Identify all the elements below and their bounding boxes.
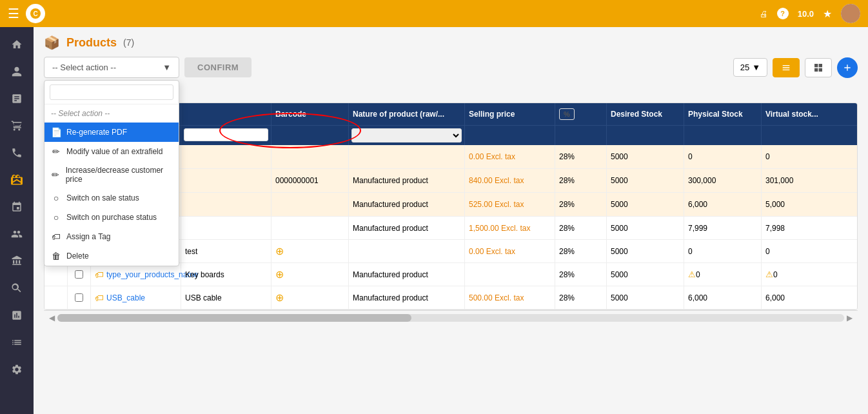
- dropdown-item-extrafield-label: Modify value of an extrafield: [66, 147, 163, 156]
- scroll-left-arrow[interactable]: ◀: [49, 313, 55, 322]
- row-tax: 28%: [555, 145, 607, 168]
- col-barcode: Barcode: [271, 103, 349, 125]
- col-desired: Desired Stock: [607, 103, 684, 125]
- row-actions: [44, 286, 68, 309]
- scroll-thumb[interactable]: [57, 314, 411, 322]
- row-desired: 5000: [607, 240, 684, 262]
- filter-label[interactable]: [184, 128, 268, 141]
- row-label: [181, 193, 271, 216]
- per-page-arrow: ▼: [752, 63, 760, 72]
- edit-price-icon: ✏: [51, 170, 61, 180]
- barcode-icon: ⊕: [275, 245, 284, 257]
- row-price: 500.00 Excl. tax: [465, 286, 555, 309]
- row-label: USB cable: [181, 286, 271, 309]
- dropdown-item-purchase-status[interactable]: ○ Switch on purchase status: [44, 208, 179, 227]
- row-label: test: [181, 240, 271, 262]
- table-row: 🏷 type_your_products_name Key boards ⊕ M…: [44, 263, 857, 286]
- version-label: 10.0: [798, 9, 814, 19]
- hamburger-icon[interactable]: ☰: [8, 6, 19, 21]
- dropdown-item-extrafield[interactable]: ✏ Modify value of an extrafield: [44, 142, 179, 161]
- row-barcode: ⊕: [271, 286, 349, 309]
- row-nature: [349, 240, 465, 262]
- dropdown-item-sale-label: Switch on sale status: [66, 193, 139, 202]
- dropdown-item-pdf[interactable]: 📄 Re-generate PDF: [44, 123, 179, 142]
- row-virtual: 7,998: [762, 217, 833, 239]
- row-tax: 28%: [555, 286, 607, 309]
- horizontal-scrollbar[interactable]: ◀ ▶: [44, 310, 858, 325]
- user-avatar[interactable]: [841, 4, 860, 23]
- dropdown-item-sale-status[interactable]: ○ Switch on sale status: [44, 188, 179, 208]
- filter-nature-select[interactable]: [351, 128, 462, 143]
- add-button[interactable]: [837, 57, 858, 78]
- row-price: 840.00 Excl. tax: [465, 169, 555, 192]
- row-barcode: ⊕: [271, 240, 349, 262]
- row-price: 525.00 Excl. tax: [465, 193, 555, 216]
- barcode-icon: ⊕: [275, 291, 284, 304]
- action-select-arrow: ▼: [163, 63, 171, 72]
- scroll-right-arrow[interactable]: ▶: [847, 313, 853, 322]
- row-checkbox[interactable]: [75, 270, 83, 279]
- dropdown-search-input[interactable]: [50, 84, 173, 100]
- row-physical: 0: [684, 145, 762, 168]
- row-checkbox[interactable]: [75, 293, 83, 302]
- scroll-track[interactable]: [57, 314, 844, 322]
- dropdown-item-tag-label: Assign a Tag: [66, 232, 111, 241]
- row-virtual: 5,000: [762, 193, 833, 216]
- sidebar-item-home[interactable]: [3, 32, 30, 57]
- barcode-icon: ⊕: [275, 268, 284, 281]
- print-icon[interactable]: 🖨: [760, 9, 768, 19]
- dropdown-item-price[interactable]: ✏ Increase/decrease customer price: [44, 161, 179, 188]
- page-title[interactable]: Products: [66, 36, 117, 50]
- row-physical: 6,000: [684, 286, 762, 309]
- sidebar-item-pos[interactable]: [3, 113, 30, 138]
- action-select-wrapper: -- Select action -- ▼ -- Select action -…: [44, 57, 179, 78]
- row-barcode: [271, 193, 349, 216]
- row-physical: 300,000: [684, 169, 762, 192]
- sidebar-item-inventory[interactable]: [3, 168, 30, 192]
- app-logo: C: [26, 4, 45, 23]
- row-nature: Manufactured product: [349, 169, 465, 192]
- product-tag-icon: 🏷: [95, 293, 104, 303]
- row-checkbox-cell[interactable]: [68, 286, 91, 309]
- sidebar-item-accounting[interactable]: [3, 86, 30, 111]
- per-page-select[interactable]: 25 ▼: [733, 58, 767, 77]
- action-dropdown-menu: -- Select action -- 📄 Re-generate PDF ✏ …: [44, 80, 179, 266]
- purchase-status-icon: ○: [51, 212, 61, 222]
- sidebar-item-purchase[interactable]: [3, 195, 30, 219]
- row-checkbox-cell[interactable]: [68, 263, 91, 286]
- confirm-button[interactable]: CONFIRM: [184, 57, 252, 77]
- sidebar-item-users[interactable]: [3, 59, 30, 84]
- col-price: Selling price: [465, 103, 555, 125]
- row-price: 0.00 Excl. tax: [465, 240, 555, 262]
- row-tax: 28%: [555, 263, 607, 286]
- row-nature: Manufactured product: [349, 193, 465, 216]
- sidebar-item-search[interactable]: [3, 276, 30, 301]
- sidebar-item-reporting[interactable]: [3, 303, 30, 328]
- favorites-icon[interactable]: ★: [823, 8, 832, 20]
- row-desired: 5000: [607, 193, 684, 216]
- sidebar-item-bank[interactable]: [3, 249, 30, 273]
- dropdown-item-delete[interactable]: 🗑 Delete: [44, 246, 179, 266]
- dropdown-item-price-label: Increase/decrease customer price: [66, 166, 172, 184]
- sidebar-item-employees[interactable]: [3, 222, 30, 246]
- dropdown-item-purchase-label: Switch on purchase status: [66, 213, 157, 222]
- row-barcode: [271, 217, 349, 239]
- sidebar-item-settings[interactable]: [3, 357, 30, 382]
- grid-view-button[interactable]: [805, 58, 832, 77]
- row-desired: 5000: [607, 263, 684, 286]
- help-icon[interactable]: ?: [777, 8, 789, 19]
- sidebar-item-reports2[interactable]: [3, 330, 30, 355]
- list-view-button[interactable]: [773, 58, 800, 77]
- row-ref-link[interactable]: USB_cable: [106, 293, 145, 302]
- row-price: 1,500.00 Excl. tax: [465, 217, 555, 239]
- row-barcode: 0000000001: [271, 169, 349, 192]
- page-header: 📦 Products (7): [44, 35, 858, 50]
- row-tax: 28%: [555, 217, 607, 239]
- row-physical: 6,000: [684, 193, 762, 216]
- col-label: [181, 103, 271, 125]
- row-virtual: 6,000: [762, 286, 833, 309]
- action-select-button[interactable]: -- Select action -- ▼: [44, 57, 179, 78]
- row-price: [465, 263, 555, 286]
- sidebar-item-crm[interactable]: [3, 141, 30, 165]
- dropdown-item-tag[interactable]: 🏷 Assign a Tag: [44, 227, 179, 246]
